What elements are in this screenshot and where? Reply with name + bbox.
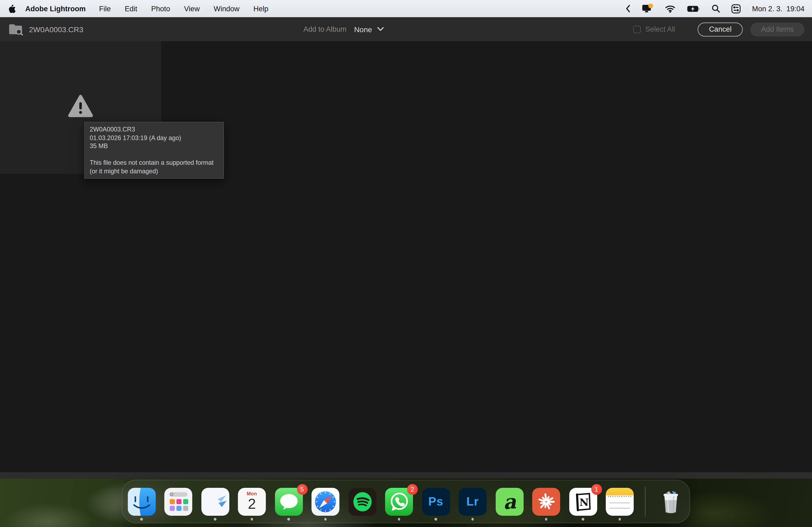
tooltip-filename: 2W0A0003.CR3 xyxy=(90,125,219,133)
running-indicator xyxy=(619,518,621,520)
dock-item-finder[interactable] xyxy=(128,487,156,515)
window-bottom-bar xyxy=(0,472,812,479)
photoshop-label: Ps xyxy=(428,495,443,509)
apple-icon xyxy=(8,4,16,13)
running-indicator xyxy=(214,518,216,520)
dock-item-trash[interactable] xyxy=(656,487,684,515)
asterisk-burst-icon xyxy=(532,487,560,515)
lightroom-label: Lr xyxy=(466,495,479,509)
menu-bar: Adobe Lightroom File Edit Photo View Win… xyxy=(0,0,812,17)
warning-triangle-icon xyxy=(68,93,93,119)
launchpad-icon xyxy=(164,487,192,515)
header-actions: Select All Cancel Add Items xyxy=(633,17,804,41)
select-all-checkbox[interactable] xyxy=(633,26,640,33)
notes-yellow-band xyxy=(606,487,634,495)
add-to-album-label: Add to Album xyxy=(303,25,347,33)
dock-item-asterisk-burst[interactable] xyxy=(532,487,560,515)
display-notification-icon[interactable] xyxy=(642,4,654,13)
select-all-control[interactable]: Select All xyxy=(633,25,675,33)
badge: 1 xyxy=(591,484,602,495)
dock-item-whatsapp[interactable]: 2 xyxy=(385,487,413,515)
notes-icon xyxy=(606,487,634,515)
notes-line xyxy=(610,508,630,509)
svg-text:N: N xyxy=(579,496,589,508)
running-indicator xyxy=(398,518,400,520)
spotlight-search-icon[interactable] xyxy=(712,4,721,13)
running-indicator xyxy=(140,518,143,520)
dock-item-calendar[interactable]: Mon 2 xyxy=(238,487,266,515)
control-center-icon[interactable] xyxy=(732,4,741,13)
menu-bar-clock[interactable]: Mon 2. 3. 19:04 xyxy=(752,4,804,13)
running-indicator xyxy=(324,518,327,520)
tooltip-error-line1: This file does not contain a supported f… xyxy=(90,159,219,167)
import-header: 2W0A0003.CR3 Add to Album None Select Al… xyxy=(0,17,812,41)
blue-bird-app-icon xyxy=(201,487,229,515)
running-indicator xyxy=(471,518,474,520)
dock-item-messages[interactable]: 5 xyxy=(275,487,303,515)
amie-icon: a xyxy=(495,487,523,515)
cancel-button[interactable]: Cancel xyxy=(698,22,743,36)
tooltip-spacer xyxy=(90,150,219,159)
tooltip-error-line2: (or it might be damaged) xyxy=(90,167,219,175)
running-indicator xyxy=(582,518,584,520)
trash-icon xyxy=(656,487,684,515)
add-to-album-control: Add to Album None xyxy=(303,17,384,41)
spotify-icon xyxy=(348,487,376,515)
photo-grid: 2W0A0003.CR3 01.03.2026 17:03:19 (A day … xyxy=(0,41,812,472)
tooltip-modified: 01.03.2026 17:03:19 (A day ago) xyxy=(90,133,219,142)
file-title-group: 2W0A0003.CR3 xyxy=(9,17,83,41)
page-title: 2W0A0003.CR3 xyxy=(29,25,83,33)
dock-item-spotify[interactable] xyxy=(348,487,376,515)
dock-item-apps-launchpad[interactable] xyxy=(164,487,192,515)
finder-icon xyxy=(128,487,156,515)
running-indicator xyxy=(545,518,547,520)
tooltip-filesize: 35 MB xyxy=(90,142,219,150)
menu-photo[interactable]: Photo xyxy=(151,4,170,13)
select-all-label: Select All xyxy=(645,25,675,33)
add-items-button[interactable]: Add Items xyxy=(750,22,804,36)
dock-separator xyxy=(645,486,646,516)
amie-glyph: a xyxy=(502,489,517,514)
menu-help[interactable]: Help xyxy=(253,4,269,13)
notes-perforation xyxy=(608,496,632,497)
dock-item-blue-bird-app[interactable] xyxy=(201,487,229,515)
desktop: Adobe Lightroom File Edit Photo View Win… xyxy=(0,0,812,527)
file-info-tooltip: 2W0A0003.CR3 01.03.2026 17:03:19 (A day … xyxy=(84,122,224,178)
menu-window[interactable]: Window xyxy=(214,4,240,13)
calendar-icon: Mon 2 xyxy=(238,487,266,515)
menu-file[interactable]: File xyxy=(99,4,111,13)
notes-line xyxy=(610,502,630,503)
dock-item-notes[interactable] xyxy=(606,487,634,515)
dock-item-notion[interactable]: N 1 xyxy=(569,487,597,515)
active-app-name[interactable]: Adobe Lightroom xyxy=(25,4,86,13)
chevron-down-icon[interactable] xyxy=(377,27,384,32)
running-indicator xyxy=(287,518,290,520)
running-indicator xyxy=(434,518,437,520)
chevron-left-icon[interactable] xyxy=(625,4,631,13)
dock-item-amie[interactable]: a xyxy=(495,487,523,515)
dock: Mon 2 5 xyxy=(122,480,690,523)
lightroom-window: 2W0A0003.CR3 Add to Album None Select Al… xyxy=(0,17,812,479)
badge: 5 xyxy=(297,484,307,495)
wifi-icon[interactable] xyxy=(665,4,676,13)
calendar-weekday: Mon xyxy=(247,491,257,496)
safari-icon xyxy=(311,487,339,515)
lightroom-icon: Lr xyxy=(459,487,487,515)
album-select[interactable]: None xyxy=(354,25,372,33)
running-indicator xyxy=(250,518,253,520)
photoshop-icon: Ps xyxy=(422,487,450,515)
menu-edit[interactable]: Edit xyxy=(125,4,137,13)
battery-charging-icon[interactable] xyxy=(687,5,700,12)
badge: 2 xyxy=(407,484,418,495)
folder-search-icon xyxy=(9,23,23,35)
menu-view[interactable]: View xyxy=(184,4,200,13)
dock-item-photoshop[interactable]: Ps xyxy=(422,487,450,515)
dock-item-safari[interactable] xyxy=(311,487,339,515)
calendar-day: 2 xyxy=(248,496,256,511)
apple-menu[interactable] xyxy=(8,4,16,13)
dock-item-lightroom[interactable]: Lr xyxy=(459,487,487,515)
